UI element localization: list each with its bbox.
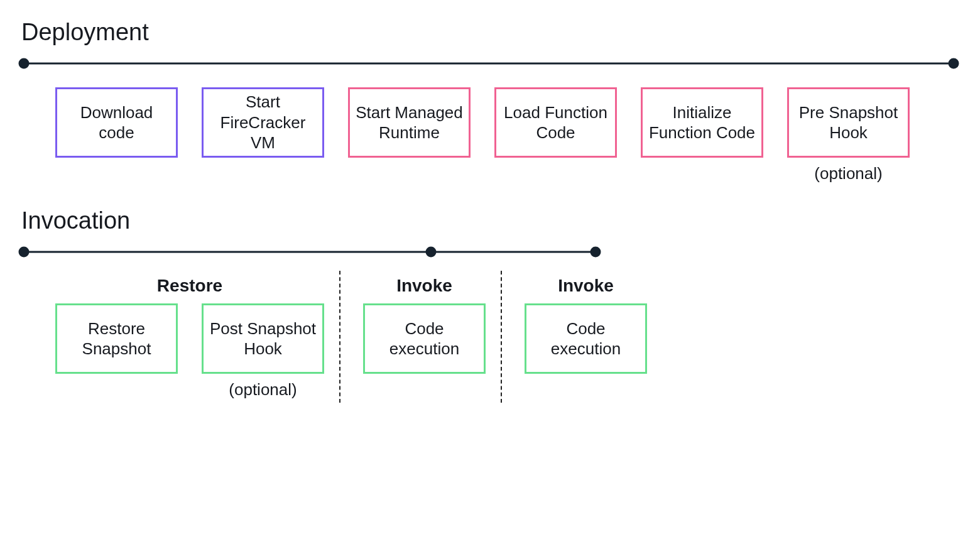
invoke-label-1: Invoke <box>363 276 486 296</box>
separator <box>501 271 502 403</box>
start-firecracker-box: Start FireCracker VM <box>202 87 324 158</box>
deployment-timeline <box>24 57 954 70</box>
deployment-boxes: Download code Start FireCracker VM Start… <box>55 87 961 183</box>
deployment-section: Deployment Download code Start FireCrack… <box>19 19 961 183</box>
invoke-label-2: Invoke <box>525 276 647 296</box>
pre-snapshot-box: Pre Snapshot Hook <box>787 87 910 158</box>
restore-snapshot-box: Restore Snapshot <box>55 303 178 374</box>
invoke-step: Code execution <box>363 303 486 374</box>
invocation-section: Invocation Restore Invoke Invoke Restore… <box>19 207 961 403</box>
deployment-step: Initialize Function Code <box>641 87 763 158</box>
post-snapshot-caption: (optional) <box>229 380 297 400</box>
download-code-box: Download code <box>55 87 178 158</box>
timeline-dot-end <box>949 58 959 69</box>
timeline-dot-mid <box>426 247 437 258</box>
code-execution-box: Code execution <box>363 303 486 374</box>
pre-snapshot-caption: (optional) <box>814 164 882 183</box>
invocation-timeline <box>24 246 596 258</box>
deployment-step: Pre Snapshot Hook (optional) <box>787 87 910 183</box>
restore-label: Restore <box>55 276 324 296</box>
invocation-boxes: Restore Snapshot Post Snapshot Hook (opt… <box>55 303 961 403</box>
invoke-step: Code execution <box>525 303 647 374</box>
deployment-step: Download code <box>55 87 178 158</box>
separator <box>339 271 340 403</box>
timeline-dot-start <box>19 247 30 258</box>
invocation-group-labels: Restore Invoke Invoke <box>55 276 961 296</box>
timeline-dot-start <box>19 58 30 69</box>
post-snapshot-box: Post Snapshot Hook <box>202 303 324 374</box>
restore-step: Post Snapshot Hook (optional) <box>202 303 324 400</box>
restore-step: Restore Snapshot <box>55 303 178 374</box>
timeline-dot-end <box>591 247 601 258</box>
deployment-step: Load Function Code <box>494 87 617 158</box>
code-execution-box: Code execution <box>525 303 647 374</box>
deployment-title: Deployment <box>21 19 961 46</box>
invocation-title: Invocation <box>21 207 961 234</box>
deployment-step: Start FireCracker VM <box>202 87 324 158</box>
start-runtime-box: Start Managed Runtime <box>348 87 471 158</box>
init-function-box: Initialize Function Code <box>641 87 763 158</box>
load-function-box: Load Function Code <box>494 87 617 158</box>
deployment-step: Start Managed Runtime <box>348 87 471 158</box>
